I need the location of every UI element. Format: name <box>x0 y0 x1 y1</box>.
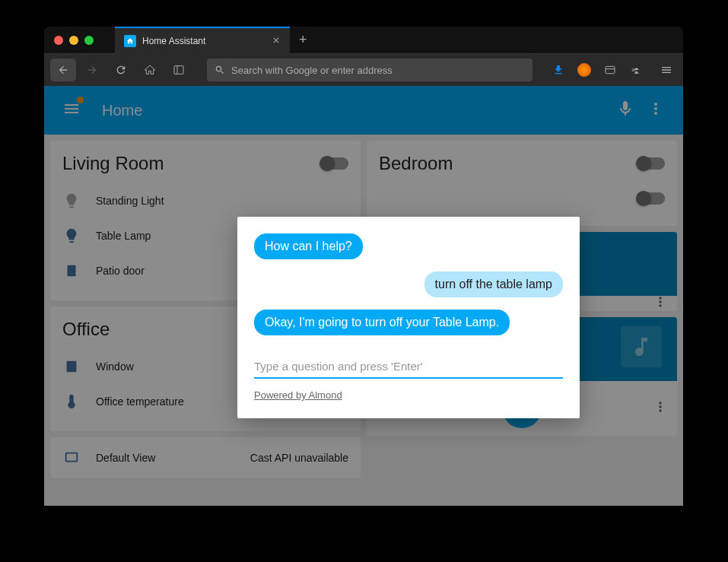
svg-text:»: » <box>631 65 636 74</box>
tab-title: Home Assistant <box>142 36 265 46</box>
sidebar-button[interactable] <box>166 59 192 81</box>
chat-message-bot: How can I help? <box>254 233 363 259</box>
overflow-button[interactable]: » <box>625 59 647 81</box>
browser-window: Home Assistant + Search with Google or e… <box>44 27 683 506</box>
chat-message-bot: Okay, I'm going to turn off your Table L… <box>254 310 510 335</box>
window-controls <box>44 36 103 45</box>
chat-input[interactable] <box>254 355 563 379</box>
address-bar[interactable]: Search with Google or enter address <box>207 59 532 81</box>
window-close-button[interactable] <box>54 36 63 45</box>
downloads-button[interactable] <box>548 59 569 81</box>
browser-tab[interactable]: Home Assistant <box>115 27 290 54</box>
forward-button[interactable] <box>79 59 105 81</box>
browser-toolbar: Search with Google or enter address » <box>44 54 683 86</box>
search-icon <box>215 65 225 75</box>
home-button[interactable] <box>137 59 163 81</box>
app-menu-button[interactable] <box>656 59 677 81</box>
toolbar-right: » <box>548 59 677 81</box>
library-button[interactable] <box>599 59 621 81</box>
profile-button[interactable] <box>574 59 595 81</box>
new-tab-button[interactable]: + <box>290 32 316 48</box>
back-button[interactable] <box>50 59 76 81</box>
reload-button[interactable] <box>108 59 134 81</box>
window-maximize-button[interactable] <box>84 36 94 45</box>
address-bar-text: Search with Google or enter address <box>231 65 393 76</box>
window-minimize-button[interactable] <box>69 36 78 45</box>
browser-titlebar: Home Assistant + <box>44 27 683 54</box>
chat-messages: How can I help? turn off the table lamp … <box>254 233 563 335</box>
svg-rect-2 <box>606 66 615 73</box>
profile-avatar-icon <box>577 63 591 77</box>
tab-favicon <box>124 35 136 47</box>
powered-by-link[interactable]: Powered by Almond <box>254 389 342 401</box>
svg-rect-0 <box>174 66 183 75</box>
chat-message-user: turn off the table lamp <box>424 271 563 297</box>
tab-close-icon[interactable] <box>272 34 281 48</box>
conversation-dialog: How can I help? turn off the table lamp … <box>237 217 580 418</box>
